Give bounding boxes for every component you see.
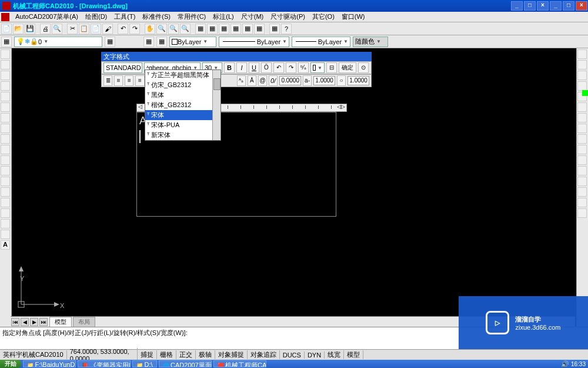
mirror-tool[interactable]	[577, 71, 587, 80]
task-item-1[interactable]: 📕 《变频器实用电...	[78, 360, 131, 367]
break-tool[interactable]	[577, 166, 587, 175]
polygon-tool[interactable]	[1, 81, 10, 91]
tab-first[interactable]: ⏮	[11, 318, 19, 326]
rotate-tool[interactable]	[577, 113, 587, 122]
at-button[interactable]: @	[258, 75, 267, 86]
insert-field-button[interactable]: ᴬₐ	[237, 75, 246, 86]
line-tool[interactable]	[1, 49, 10, 59]
zoom-prev-button[interactable]: 🔍	[180, 24, 191, 34]
status-dyn[interactable]: DYN	[305, 352, 325, 359]
revcloud-tool[interactable]	[1, 124, 10, 133]
preview-button[interactable]: 🔍	[52, 24, 62, 34]
oblique-value[interactable]: 0.0000	[279, 76, 301, 85]
tab-next[interactable]: ▶	[30, 318, 38, 326]
chamfer-tool[interactable]	[577, 187, 587, 197]
align-right-button[interactable]: ≡	[135, 75, 144, 86]
stretch-tool[interactable]	[577, 134, 587, 144]
font-item-6[interactable]: ᵀ新宋体	[145, 130, 220, 140]
ruler-button[interactable]: ⊟	[326, 62, 337, 73]
join-tool[interactable]	[577, 177, 587, 186]
menu-autocad[interactable]: AutoCAD2007菜单(A)	[12, 12, 82, 21]
text-color-dropdown[interactable]: ▼	[310, 62, 325, 73]
status-ducs[interactable]: DUCS	[280, 352, 305, 359]
trim-tool[interactable]	[577, 145, 587, 154]
close-button[interactable]: ×	[576, 1, 587, 11]
status-model[interactable]: 模型	[344, 350, 363, 359]
spline-tool[interactable]	[1, 134, 10, 144]
arc-tool[interactable]	[1, 102, 10, 112]
status-snap[interactable]: 捕捉	[138, 350, 157, 359]
status-lwt[interactable]: 线宽	[325, 350, 344, 359]
font-item-2[interactable]: ᵀ黑体	[145, 90, 220, 100]
save-button[interactable]: 💾	[25, 24, 35, 34]
close-doc-button[interactable]: ×	[537, 1, 549, 11]
underline-button[interactable]: U	[249, 62, 259, 73]
lt-button2[interactable]: ▦	[156, 37, 167, 47]
task-item-2[interactable]: 📁 D:\	[132, 360, 157, 367]
plotstyle-dropdown[interactable]: 随颜色▼	[353, 37, 388, 47]
paste-button[interactable]: 📄	[91, 24, 101, 34]
help-button[interactable]: ?	[281, 24, 292, 34]
tab-last[interactable]: ⏭	[39, 318, 48, 326]
circle-tool[interactable]	[1, 113, 10, 122]
zoom-window-button[interactable]: 🔍	[168, 24, 179, 34]
overline-button[interactable]: Ō	[261, 62, 272, 73]
redo-text-button[interactable]: ↷	[286, 62, 296, 73]
columns-button[interactable]: ≣	[103, 75, 112, 86]
point-tool[interactable]	[1, 187, 10, 197]
menu-dimdrv[interactable]: 尺寸驱动(P)	[267, 12, 309, 21]
redo-button[interactable]: ↷	[129, 24, 140, 34]
tab-prev[interactable]: ◀	[21, 318, 29, 326]
minimize-doc-button[interactable]: _	[511, 1, 523, 11]
menu-draw[interactable]: 绘图(D)	[82, 12, 111, 21]
menu-other[interactable]: 其它(O)	[309, 12, 338, 21]
width-factor-value[interactable]: 1.0000	[348, 76, 369, 85]
move-tool[interactable]	[577, 102, 587, 112]
system-tray[interactable]: 🔊 16:33	[561, 360, 588, 368]
print-button[interactable]: 🖨	[40, 24, 51, 34]
oblique-button[interactable]: 0/	[269, 75, 278, 86]
pan-button[interactable]: ✋	[145, 24, 155, 34]
hatch-tool[interactable]	[1, 198, 10, 207]
align-center-button[interactable]: ≡	[125, 75, 133, 86]
width-factor-button[interactable]: ○	[337, 75, 346, 86]
font-scrollbar[interactable]	[212, 70, 220, 140]
insert-tool[interactable]	[1, 166, 10, 175]
block-button[interactable]: ▦	[269, 24, 280, 34]
task-item-0[interactable]: 📁 F:\BaiduYunDo...	[23, 360, 76, 367]
extend-tool[interactable]	[577, 155, 587, 165]
layer-dropdown[interactable]: 💡❄🔒 0 ▼	[14, 37, 102, 47]
text-style-dropdown[interactable]: STANDARD▼	[103, 62, 142, 73]
ellipse-tool[interactable]	[1, 145, 10, 154]
explode-tool[interactable]	[577, 208, 587, 218]
mtext-tool[interactable]: A	[1, 240, 10, 250]
status-polar[interactable]: 极轴	[196, 350, 215, 359]
font-item-0[interactable]: ᵀ方正兰亭超细黑简体	[145, 70, 220, 80]
lineweight-dropdown[interactable]: ByLayer▼	[292, 37, 350, 47]
copy-button[interactable]: 📋	[79, 24, 89, 34]
scale-tool[interactable]	[577, 124, 587, 133]
rect-tool[interactable]	[1, 92, 10, 101]
layer-mgr-button[interactable]: ▦	[1, 37, 12, 47]
font-item-5[interactable]: ᵀ宋体-PUA	[145, 120, 220, 130]
region-tool[interactable]	[1, 219, 10, 228]
copy-tool[interactable]	[577, 60, 587, 69]
table-tool[interactable]	[1, 230, 10, 239]
font-scroll-thumb[interactable]	[213, 78, 220, 90]
task-item-4[interactable]: 🟥 机械工程师CAD2...	[213, 360, 266, 367]
undo-button[interactable]: ↶	[118, 24, 128, 34]
status-grid[interactable]: 栅格	[157, 350, 176, 359]
stack-button[interactable]: ᵇ⁄ₐ	[298, 62, 309, 73]
menu-tools[interactable]: 工具(T)	[111, 12, 139, 21]
calc-button[interactable]: ▦	[254, 24, 265, 34]
tracking-value[interactable]: 1.0000	[313, 76, 335, 85]
font-item-4[interactable]: ᵀ宋体	[145, 110, 220, 120]
font-item-1[interactable]: ᵀ仿宋_GB2312	[145, 80, 220, 90]
tab-layout[interactable]: 布局	[73, 317, 95, 327]
undo-text-button[interactable]: ↶	[273, 62, 284, 73]
text-format-title[interactable]: 文字格式	[101, 52, 372, 61]
linetype-dropdown[interactable]: ByLayer▼	[219, 37, 289, 47]
pline-tool[interactable]	[1, 71, 10, 80]
new-button[interactable]: 📄	[1, 24, 12, 34]
menu-window[interactable]: 窗口(W)	[338, 12, 369, 21]
